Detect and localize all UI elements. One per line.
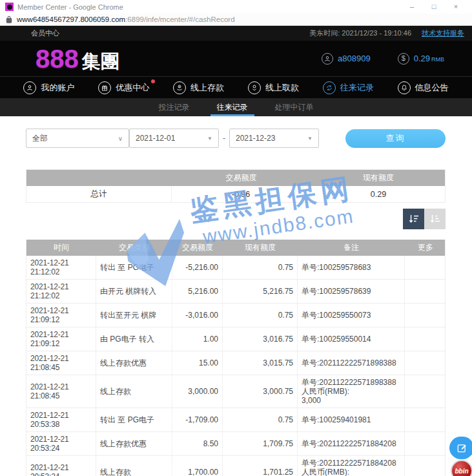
nav-item-withdraw[interactable]: 线上取款 bbox=[236, 77, 311, 98]
minimize-button[interactable]: – bbox=[401, 0, 423, 14]
cell-more bbox=[405, 280, 446, 303]
main-nav: 我的账户 优惠中心 线上存款 线上取款 往来记录 信息公告 bbox=[0, 76, 472, 98]
cell-type: 线上存款优惠 bbox=[96, 351, 172, 375]
table-row: 2021-12-21 21:09:12 由 PG电子 转入 1.00 3,016… bbox=[26, 327, 445, 351]
cell-balance: 3,000.75 bbox=[223, 375, 298, 408]
summary-transaction-total: -0.96 bbox=[172, 186, 311, 202]
cell-more bbox=[405, 375, 446, 408]
cell-more bbox=[405, 256, 446, 279]
sub-nav: 投注记录往来记录处理中订单 bbox=[0, 98, 472, 116]
date-from-select[interactable]: 2021-12-01 ▼ bbox=[129, 129, 219, 148]
sort-descending-button[interactable] bbox=[403, 209, 424, 229]
browser-titlebar: Member Center - Google Chrome – □ × bbox=[0, 0, 472, 14]
nav-item-records[interactable]: 往来记录 bbox=[311, 77, 385, 98]
subnav-item-label: 处理中订单 bbox=[275, 102, 314, 113]
site-header: 888 集團 a808909 $ 0.29RMB bbox=[0, 41, 472, 76]
cell-time: 2021-12-21 21:08:45 bbox=[26, 351, 96, 375]
table-row: 2021-12-21 20:53:24 线上存款 1,700.00 1,701.… bbox=[26, 456, 445, 476]
subnav-item-pending-orders[interactable]: 处理中订单 bbox=[271, 98, 318, 116]
summary-total-label: 总计 bbox=[26, 186, 172, 202]
cell-amount: 3,000.00 bbox=[172, 375, 223, 408]
column-header-3: 现有额度 bbox=[223, 240, 298, 256]
user-circle-icon bbox=[322, 53, 333, 65]
subnav-item-bet-records[interactable]: 投注记录 bbox=[155, 98, 194, 116]
records-header-row: 时间交易类别交易额度现有额度备注更多 bbox=[26, 240, 445, 256]
nav-item-news[interactable]: 信息公告 bbox=[385, 77, 460, 98]
cell-remark: 单号:100259550073 bbox=[298, 304, 405, 327]
logo-group-text: 集團 bbox=[82, 52, 119, 71]
cell-balance: 0.75 bbox=[223, 256, 298, 279]
search-button[interactable]: 查询 bbox=[345, 129, 446, 148]
close-button[interactable]: × bbox=[445, 0, 467, 14]
summary-balance-total: 0.29 bbox=[311, 186, 446, 202]
cell-time: 2021-12-21 21:12:02 bbox=[26, 256, 96, 279]
cell-remark: 单号:100259578683 bbox=[298, 256, 405, 279]
url-text: www64854567297.8006059.com:6899/infe/mce… bbox=[17, 16, 235, 23]
column-header-5: 更多 bbox=[405, 240, 446, 256]
feedback-edit-fab[interactable] bbox=[449, 437, 472, 459]
nav-item-label: 优惠中心 bbox=[116, 83, 149, 92]
cell-type: 转出 至 PG电子 bbox=[96, 408, 172, 431]
summary-header-balance: 现有额度 bbox=[311, 170, 446, 186]
table-row: 2021-12-21 21:08:45 线上存款优惠 15.00 3,015.7… bbox=[26, 351, 445, 375]
cell-amount: 15.00 bbox=[172, 351, 223, 375]
cell-type: 转出至开元 棋牌 bbox=[96, 304, 172, 327]
sort-controls bbox=[26, 209, 446, 229]
member-topbar: 会员中心 美东时间: 2021/12/23 - 19:10:46 技术支持服务 bbox=[0, 26, 472, 41]
username-text: a808909 bbox=[338, 54, 371, 63]
lock-icon bbox=[6, 16, 12, 23]
currency-label: RMB bbox=[431, 56, 444, 63]
url-host: www64854567297.8006059.com bbox=[17, 16, 125, 23]
column-header-4: 备注 bbox=[298, 240, 405, 256]
cell-amount: 5,216.00 bbox=[172, 280, 223, 303]
cell-amount: 1.00 bbox=[172, 327, 223, 351]
bbin-logo-fab[interactable]: bbin bbox=[451, 460, 472, 476]
eastern-time: 美东时间: 2021/12/23 - 19:10:46 bbox=[309, 28, 411, 38]
sort-ascending-button[interactable] bbox=[424, 209, 446, 229]
maximize-button[interactable]: □ bbox=[423, 0, 445, 14]
filter-bar: 全部 ∨ 2021-12-01 ▼ - 2021-12-23 ▼ 查询 bbox=[26, 129, 446, 148]
cell-type: 转出 至 PG电子 bbox=[96, 256, 172, 279]
table-row: 2021-12-21 20:53:24 线上存款优惠 8.50 1,709.75… bbox=[26, 432, 445, 456]
subnav-item-label: 投注记录 bbox=[159, 102, 190, 113]
table-row: 2021-12-21 21:12:02 由开元 棋牌转入 5,216.00 5,… bbox=[26, 280, 445, 304]
column-header-1: 交易类别 bbox=[96, 240, 172, 256]
cell-more bbox=[405, 432, 446, 455]
tech-support-link[interactable]: 技术支持服务 bbox=[422, 28, 464, 38]
table-row: 2021-12-21 21:12:02 转出 至 PG电子 -5,216.00 … bbox=[26, 256, 445, 280]
content-area: 全部 ∨ 2021-12-01 ▼ - 2021-12-23 ▼ 查询 交易额度… bbox=[0, 116, 472, 476]
cell-balance: 0.75 bbox=[223, 408, 298, 431]
cell-time: 2021-12-21 20:53:24 bbox=[26, 432, 96, 455]
cell-balance: 3,016.75 bbox=[223, 327, 298, 351]
gift-icon bbox=[98, 81, 111, 94]
records-table: 时间交易类别交易额度现有额度备注更多 2021-12-21 21:12:02 转… bbox=[26, 240, 446, 476]
date-to-select[interactable]: 2021-12-23 ▼ bbox=[229, 129, 319, 148]
summary-header-row: 交易额度 现有额度 bbox=[26, 170, 445, 186]
window-title: Member Center - Google Chrome bbox=[17, 3, 401, 11]
notification-dot bbox=[151, 79, 155, 83]
cell-type: 由开元 棋牌转入 bbox=[96, 280, 172, 303]
withdraw-icon bbox=[248, 81, 261, 94]
summary-table: 交易额度 现有额度 总计 -0.96 0.29 bbox=[26, 169, 446, 203]
balance-display[interactable]: $ 0.29RMB bbox=[398, 53, 444, 65]
cell-balance: 0.75 bbox=[223, 304, 298, 327]
site-logo[interactable]: 888 集團 bbox=[36, 46, 119, 72]
site-favicon bbox=[5, 3, 14, 11]
nav-item-deposit[interactable]: 线上存款 bbox=[161, 77, 236, 98]
table-row: 2021-12-21 20:53:38 转出 至 PG电子 -1,709.00 … bbox=[26, 408, 445, 432]
cell-remark: 单号:202112222571898388 人民币(RMB): 3,000 bbox=[298, 375, 405, 408]
cell-balance: 1,701.25 bbox=[223, 456, 298, 476]
nav-item-promo[interactable]: 优惠中心 bbox=[87, 77, 161, 98]
transaction-type-select[interactable]: 全部 ∨ bbox=[26, 129, 129, 148]
subnav-item-cash-records[interactable]: 往来记录 bbox=[213, 98, 252, 116]
column-header-0: 时间 bbox=[26, 240, 96, 256]
cell-more bbox=[405, 351, 446, 375]
bell-icon bbox=[398, 81, 411, 94]
username-display[interactable]: a808909 bbox=[322, 53, 371, 65]
cell-type: 线上存款 bbox=[96, 375, 172, 408]
cell-amount: -3,016.00 bbox=[172, 304, 223, 327]
records-body: 2021-12-21 21:12:02 转出 至 PG电子 -5,216.00 … bbox=[26, 256, 445, 476]
nav-item-account[interactable]: 我的账户 bbox=[12, 77, 87, 98]
address-bar[interactable]: www64854567297.8006059.com:6899/infe/mce… bbox=[0, 14, 472, 26]
cell-more bbox=[405, 456, 446, 476]
